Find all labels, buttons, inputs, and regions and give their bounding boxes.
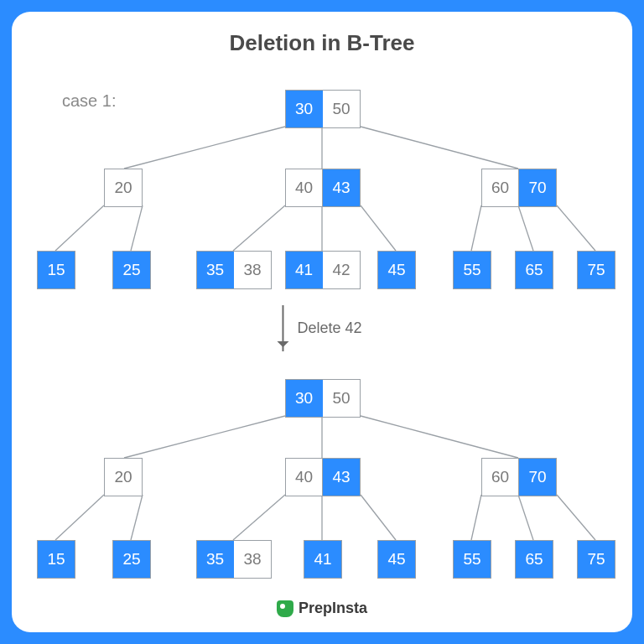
btree-key: 43	[323, 169, 360, 206]
btree-node: 4043	[285, 458, 361, 496]
btree-key: 55	[454, 252, 491, 288]
btree-key: 41	[286, 252, 323, 288]
svg-line-8	[471, 205, 481, 251]
btree-key: 35	[197, 541, 234, 578]
btree-key: 30	[286, 91, 323, 127]
btree-key: 70	[519, 169, 556, 206]
btree-node: 45	[377, 540, 416, 579]
btree-key: 65	[516, 252, 553, 288]
btree-key: 42	[323, 252, 360, 288]
down-arrow-icon	[282, 305, 283, 351]
btree-key: 65	[516, 541, 553, 578]
btree-node: 75	[577, 540, 615, 579]
btree-key: 60	[482, 459, 519, 496]
btree-key: 40	[286, 459, 323, 496]
svg-line-21	[557, 495, 595, 540]
operation-arrow: Delete 42	[282, 305, 361, 351]
btree-key: 38	[234, 252, 271, 288]
btree-key: 25	[113, 541, 150, 578]
btree-node: 55	[453, 251, 491, 289]
btree-key: 41	[304, 541, 341, 578]
brand-text: PrepInsta	[299, 600, 367, 617]
btree-node: 3050	[285, 90, 361, 128]
btree-key: 75	[578, 252, 615, 288]
btree-node: 55	[453, 540, 491, 579]
btree-key: 20	[105, 459, 142, 496]
svg-line-15	[131, 495, 143, 540]
btree-node: 65	[515, 540, 553, 579]
btree-node: 15	[37, 251, 75, 289]
svg-line-2	[361, 127, 518, 169]
btree-key: 55	[454, 541, 491, 578]
btree-key: 75	[578, 541, 615, 578]
btree-node: 25	[112, 540, 151, 579]
btree-key: 38	[234, 541, 271, 578]
diagram-frame: Deletion in B-Tree case 1: 3050204043607…	[12, 12, 632, 632]
btree-node: 45	[377, 251, 416, 289]
btree-before: 3050204043607015253538414245556575	[12, 75, 632, 318]
btree-node: 20	[104, 458, 143, 496]
svg-line-7	[361, 205, 396, 251]
svg-line-0	[124, 127, 285, 169]
btree-node: 3050	[285, 379, 361, 418]
btree-node: 3538	[196, 540, 272, 579]
btree-key: 45	[378, 252, 415, 288]
btree-node: 4043	[285, 169, 361, 207]
svg-line-13	[361, 416, 518, 458]
btree-node: 6070	[481, 169, 557, 207]
svg-line-5	[233, 205, 285, 251]
btree-key: 50	[323, 380, 360, 417]
btree-node: 6070	[481, 458, 557, 496]
btree-node: 75	[577, 251, 615, 289]
btree-node: 15	[37, 540, 75, 579]
svg-line-14	[55, 495, 104, 540]
btree-key: 35	[197, 252, 234, 288]
btree-after: 30502040436070152535384145556575	[12, 364, 632, 607]
btree-key: 30	[286, 380, 323, 417]
svg-line-18	[361, 495, 396, 540]
btree-node: 25	[112, 251, 151, 289]
btree-node: 3538	[196, 251, 272, 289]
btree-key: 15	[38, 252, 75, 288]
svg-line-16	[233, 495, 285, 540]
btree-key: 70	[519, 459, 556, 496]
btree-key: 43	[323, 459, 360, 496]
btree-key: 20	[105, 169, 142, 206]
svg-line-11	[124, 416, 285, 458]
svg-line-3	[55, 205, 104, 251]
svg-line-20	[518, 495, 533, 540]
btree-node: 4142	[285, 251, 361, 289]
btree-key: 60	[482, 169, 519, 206]
btree-key: 40	[286, 169, 323, 206]
btree-key: 45	[378, 541, 415, 578]
brand: PrepInsta	[277, 600, 367, 617]
btree-node: 41	[304, 540, 342, 579]
btree-key: 15	[38, 541, 75, 578]
operation-label: Delete 42	[297, 319, 361, 337]
btree-node: 65	[515, 251, 553, 289]
svg-line-19	[471, 495, 481, 540]
page-title: Deletion in B-Tree	[12, 30, 632, 56]
svg-line-9	[518, 205, 533, 251]
btree-key: 50	[323, 91, 360, 127]
svg-line-10	[557, 205, 595, 251]
svg-line-4	[131, 205, 143, 251]
brand-logo-icon	[277, 600, 293, 617]
btree-key: 25	[113, 252, 150, 288]
btree-node: 20	[104, 169, 143, 207]
